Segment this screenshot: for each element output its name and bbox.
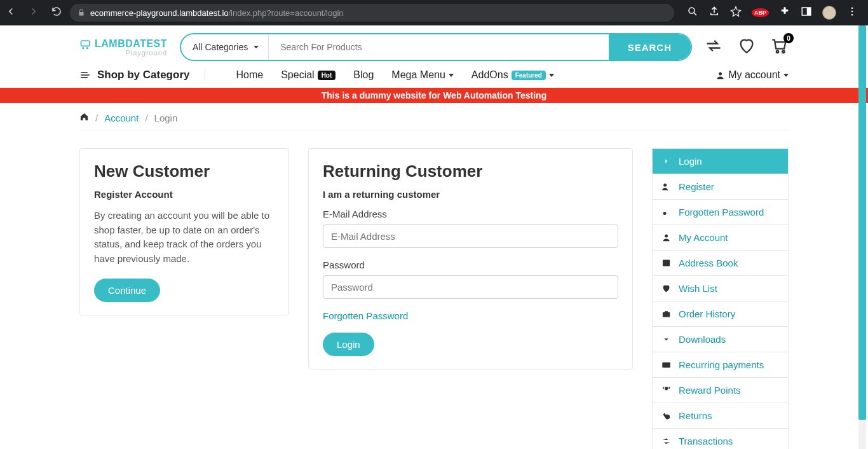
zoom-icon[interactable] <box>687 6 698 20</box>
svg-rect-6 <box>81 41 90 46</box>
breadcrumb: / Account / Login <box>79 103 789 130</box>
continue-button[interactable]: Continue <box>94 279 160 302</box>
breadcrumb-home[interactable] <box>79 112 89 123</box>
search-category-select[interactable]: All Categories <box>181 34 269 60</box>
download-icon <box>661 335 671 344</box>
sidebar-item-order-history[interactable]: Order History <box>653 301 788 327</box>
chevron-down-icon <box>783 74 789 77</box>
briefcase-icon <box>661 309 671 319</box>
search-button[interactable]: SEARCH <box>609 34 691 60</box>
share-icon[interactable] <box>709 6 720 20</box>
svg-point-13 <box>663 212 667 215</box>
cart-count-badge: 0 <box>783 33 794 43</box>
forgot-password-link[interactable]: Forgotten Password <box>323 310 408 321</box>
sidebar-item-address-book[interactable]: Address Book <box>653 251 788 276</box>
scrollbar[interactable] <box>858 25 866 449</box>
sidebar-item-label: Wish List <box>679 283 717 294</box>
sidebar-item-label: Forgotten Password <box>679 207 764 218</box>
nav-special[interactable]: Special Hot <box>281 69 336 81</box>
login-button[interactable]: Login <box>323 333 374 356</box>
main-nav: Shop by Category Home Special Hot Blog M… <box>72 66 796 88</box>
user-icon <box>661 233 671 242</box>
sidebar-item-label: Register <box>679 181 714 192</box>
shop-by-category[interactable]: Shop by Category <box>79 69 205 81</box>
svg-rect-2 <box>807 8 811 15</box>
key-icon <box>661 207 671 217</box>
password-label: Password <box>323 259 618 270</box>
cart-icon[interactable]: 0 <box>771 37 789 57</box>
sidebar-item-my-account[interactable]: My Account <box>653 225 788 251</box>
sidebar-item-label: Recurring payments <box>679 359 764 370</box>
wishlist-icon[interactable] <box>738 37 756 57</box>
svg-point-3 <box>851 7 853 9</box>
svg-point-4 <box>851 11 853 13</box>
sidebar-item-transactions[interactable]: Transactions <box>653 429 788 449</box>
hamburger-icon <box>79 69 91 81</box>
back-icon[interactable] <box>5 6 17 20</box>
sidebar-item-downloads[interactable]: Downloads <box>653 327 788 352</box>
new-customer-desc: By creating an account you will be able … <box>94 209 275 266</box>
sidebar-item-login[interactable]: Login <box>653 149 788 174</box>
site-header: LAMBDATEST Playground All Categories SEA… <box>72 25 796 66</box>
search-input[interactable] <box>269 34 608 60</box>
url-domain: ecommerce-playground.lambdatest.io <box>90 8 229 18</box>
panel-icon[interactable] <box>801 6 812 20</box>
sidebar-item-returns[interactable]: Returns <box>653 403 788 429</box>
nav-home[interactable]: Home <box>236 69 263 81</box>
exchange-icon <box>661 436 671 446</box>
returning-title: Returning Customer <box>323 162 618 181</box>
profile-avatar[interactable] <box>822 6 836 20</box>
svg-point-10 <box>782 51 785 53</box>
sidebar-item-reward-points[interactable]: Reward Points <box>653 378 788 403</box>
sidebar-item-label: Downloads <box>679 334 726 345</box>
forward-icon[interactable] <box>28 6 39 20</box>
sidebar-item-label: Returns <box>679 410 712 421</box>
logo-icon <box>79 38 92 50</box>
extensions-icon[interactable] <box>779 6 790 20</box>
lock-icon <box>78 9 85 17</box>
chevron-down-icon <box>549 74 554 77</box>
heart-icon <box>661 284 671 293</box>
nav-my-account[interactable]: My account <box>715 69 789 81</box>
svg-point-11 <box>719 72 722 75</box>
sidebar-item-recurring-payments[interactable]: Recurring payments <box>653 352 788 378</box>
sidebar-item-label: My Account <box>679 232 728 243</box>
sidebar-item-wish-list[interactable]: Wish List <box>653 276 788 301</box>
chevron-down-icon <box>449 74 454 77</box>
returning-customer-card: Returning Customer I am a returning cust… <box>308 148 633 370</box>
svg-point-12 <box>663 184 667 187</box>
notice-banner: This is a dummy website for Web Automati… <box>0 88 868 103</box>
svg-point-14 <box>665 235 668 238</box>
nav-mega-menu[interactable]: Mega Menu <box>391 69 454 81</box>
card-icon <box>661 360 671 370</box>
password-input[interactable] <box>323 275 618 299</box>
breadcrumb-account[interactable]: Account <box>104 113 139 123</box>
user-plus-icon <box>661 182 671 191</box>
svg-point-7 <box>82 47 84 49</box>
star-icon[interactable] <box>730 6 742 20</box>
reload-icon[interactable] <box>51 6 62 20</box>
email-label: E-Mail Address <box>323 209 618 219</box>
returning-subtitle: I am a returning customer <box>323 189 618 200</box>
new-customer-title: New Customer <box>94 162 275 181</box>
account-sidebar: LoginRegisterForgotten PasswordMy Accoun… <box>652 148 789 449</box>
abp-badge[interactable]: ABP <box>752 8 769 17</box>
svg-point-5 <box>851 14 853 16</box>
svg-rect-15 <box>663 260 670 266</box>
svg-point-9 <box>776 51 779 53</box>
search-bar: All Categories SEARCH <box>180 33 692 61</box>
sidebar-item-label: Reward Points <box>679 385 741 396</box>
nav-addons[interactable]: AddOns Featured <box>471 69 554 81</box>
logo[interactable]: LAMBDATEST Playground <box>79 38 167 57</box>
svg-rect-17 <box>663 312 670 317</box>
address-bar[interactable]: ecommerce-playground.lambdatest.io/index… <box>70 4 674 22</box>
sidebar-item-forgotten-password[interactable]: Forgotten Password <box>653 200 788 225</box>
menu-icon[interactable] <box>846 6 858 20</box>
nav-blog[interactable]: Blog <box>353 69 374 81</box>
email-input[interactable] <box>323 224 618 248</box>
sidebar-item-register[interactable]: Register <box>653 174 788 200</box>
breadcrumb-current: Login <box>154 113 178 123</box>
sidebar-item-label: Order History <box>679 308 735 319</box>
compare-icon[interactable] <box>705 37 722 57</box>
sidebar-item-label: Address Book <box>679 258 738 268</box>
